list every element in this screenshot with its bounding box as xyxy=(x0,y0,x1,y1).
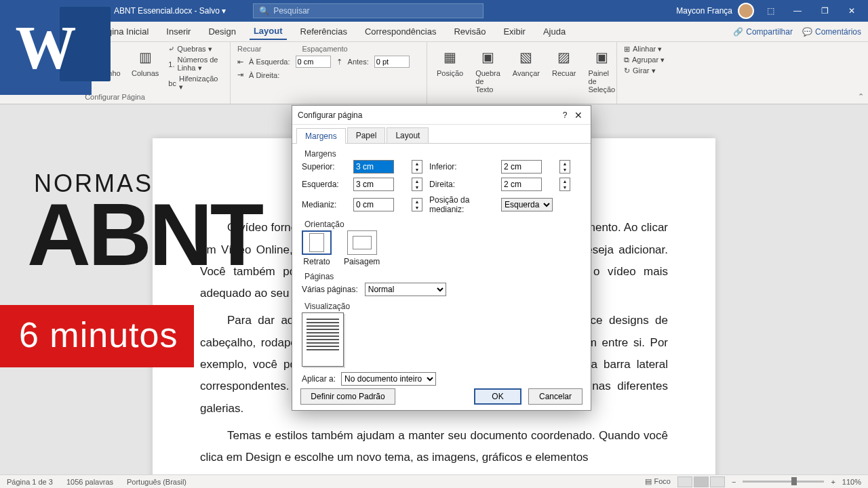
wrap-text-icon: ▣ xyxy=(477,46,498,68)
label-pos-medianiz: Posição da medianiz: xyxy=(429,195,497,214)
minimize-icon[interactable]: — xyxy=(787,6,808,16)
label-aplicar-a: Aplicar a: xyxy=(302,374,336,384)
label-superior: Superior: xyxy=(302,162,349,171)
set-default-button[interactable]: Definir como Padrão xyxy=(300,388,395,405)
overlay-text-time: 6 minutos xyxy=(0,305,194,367)
tab-design[interactable]: Design xyxy=(204,24,239,39)
collapse-ribbon-icon[interactable]: ⌃ xyxy=(858,92,864,101)
indent-left-icon: ⇤ xyxy=(237,58,243,66)
label-esquerda: Esquerda: xyxy=(302,180,349,189)
selection-pane-button[interactable]: ▣Painel de Seleção xyxy=(585,45,618,95)
label-medianiz: Medianiz: xyxy=(302,200,349,209)
zoom-in-icon[interactable]: + xyxy=(831,478,835,486)
tab-insert[interactable]: Inserir xyxy=(162,24,195,39)
spinner[interactable]: ▲▼ xyxy=(412,198,422,211)
view-read-icon[interactable] xyxy=(677,476,692,487)
tab-references[interactable]: Referências xyxy=(296,24,351,39)
spinner[interactable]: ▲▼ xyxy=(559,160,570,174)
spacing-before-input[interactable] xyxy=(374,56,410,68)
hyphenation-icon: bc xyxy=(168,79,176,87)
wrap-text-button[interactable]: ▣Quebra de Texto xyxy=(473,45,503,95)
select-aplicar-a[interactable]: No documento inteiro xyxy=(341,372,436,386)
breaks-button[interactable]: ⤶Quebras ▾ xyxy=(168,45,223,54)
status-lang[interactable]: Português (Brasil) xyxy=(127,478,186,486)
dialog-tab-margens[interactable]: Margens xyxy=(296,128,346,144)
group-icon: ⧉ xyxy=(624,56,629,64)
align-button[interactable]: ⊞Alinhar ▾ xyxy=(624,45,665,54)
cancel-button[interactable]: Cancelar xyxy=(528,388,583,405)
tab-view[interactable]: Exibir xyxy=(499,24,530,39)
zoom-slider[interactable] xyxy=(743,481,824,483)
ribbon-tabs: Página Inicial Inserir Design Layout Ref… xyxy=(0,22,868,42)
dialog-help-icon[interactable]: ? xyxy=(558,110,572,120)
selection-pane-icon: ▣ xyxy=(591,46,612,68)
line-numbers-button[interactable]: 1.Números de Linha ▾ xyxy=(168,56,223,73)
indent-left-input[interactable] xyxy=(296,56,331,68)
tab-layout[interactable]: Layout xyxy=(250,23,287,40)
document-title: ABNT Essencial.docx - Salvo ▾ xyxy=(114,6,226,16)
zoom-out-icon[interactable]: − xyxy=(732,478,736,486)
input-esquerda[interactable] xyxy=(353,178,394,191)
hyphenation-button[interactable]: bcHifenização ▾ xyxy=(168,75,223,92)
input-direita[interactable] xyxy=(501,178,542,191)
dialog-tab-layout[interactable]: Layout xyxy=(387,127,429,143)
spinner[interactable]: ▲▼ xyxy=(412,178,422,191)
columns-button[interactable]: ▥Colunas xyxy=(129,45,161,79)
group-objects-button[interactable]: ⧉Agrupar ▾ xyxy=(624,56,665,64)
status-words[interactable]: 1056 palavras xyxy=(66,478,113,486)
dialog-close-icon[interactable]: ✕ xyxy=(572,110,585,121)
dialog-titlebar: Configurar página ? ✕ xyxy=(292,106,591,125)
overlay-text-abnt: ABNT xyxy=(27,186,261,283)
orientation-landscape[interactable]: Paisagem xyxy=(344,230,380,266)
input-medianiz[interactable] xyxy=(353,198,394,211)
status-page[interactable]: Página 1 de 3 xyxy=(7,478,53,486)
bring-forward-icon: ▧ xyxy=(515,46,537,68)
close-icon[interactable]: ✕ xyxy=(841,6,863,16)
ribbon-display-icon[interactable]: ⬚ xyxy=(760,6,781,16)
indent-right-icon: ⇥ xyxy=(237,70,243,79)
line-numbers-icon: 1. xyxy=(168,60,174,68)
spinner[interactable]: ▲▼ xyxy=(559,178,570,191)
page-setup-dialog: Configurar página ? ✕ Margens Papel Layo… xyxy=(292,105,591,411)
window-titlebar: 🖫 ↶ ↷ ▾ ABNT Essencial.docx - Salvo ▾ 🔍 … xyxy=(0,0,868,22)
orientation-portrait[interactable]: Retrato xyxy=(302,230,332,266)
columns-icon: ▥ xyxy=(134,46,156,68)
breaks-icon: ⤶ xyxy=(168,45,174,54)
bring-forward-button[interactable]: ▧Avançar xyxy=(510,45,542,79)
tab-mailings[interactable]: Correspondências xyxy=(361,24,441,39)
select-pos-medianiz[interactable]: Esquerda xyxy=(501,198,553,211)
maximize-icon[interactable]: ❐ xyxy=(814,6,835,16)
doc-paragraph: Temas e estilos também ajudam a manter s… xyxy=(200,425,668,469)
input-inferior[interactable] xyxy=(501,160,542,174)
spacing-before-icon: ⇡ xyxy=(336,58,342,66)
view-web-icon[interactable] xyxy=(710,476,725,487)
label-direita: Direita: xyxy=(429,180,497,189)
send-backward-button[interactable]: ▨Recuar xyxy=(549,45,578,79)
align-icon: ⊞ xyxy=(624,45,630,54)
dialog-tab-papel[interactable]: Papel xyxy=(347,127,386,143)
tab-help[interactable]: Ajuda xyxy=(539,24,570,39)
view-print-icon[interactable] xyxy=(694,476,709,487)
word-logo-overlay: W xyxy=(0,0,92,95)
search-icon: 🔍 xyxy=(259,6,269,16)
position-button[interactable]: ▦Posição xyxy=(434,45,466,79)
zoom-level[interactable]: 110% xyxy=(842,478,861,486)
focus-mode[interactable]: ▤ Foco xyxy=(645,477,671,486)
search-box[interactable]: 🔍 Pesquisar xyxy=(253,3,484,18)
rotate-icon: ↻ xyxy=(624,66,630,75)
ok-button[interactable]: OK xyxy=(474,388,521,405)
label-inferior: Inferior: xyxy=(429,162,497,171)
status-bar: Página 1 de 3 1056 palavras Português (B… xyxy=(0,474,868,488)
select-varias-paginas[interactable]: Normal xyxy=(365,283,446,296)
input-superior[interactable] xyxy=(353,160,394,174)
avatar xyxy=(738,3,754,19)
rotate-button[interactable]: ↻Girar ▾ xyxy=(624,66,665,75)
user-account[interactable]: Maycon França ⬚ — ❐ ✕ xyxy=(676,3,863,19)
dialog-tabs: Margens Papel Layout xyxy=(292,125,591,144)
tab-review[interactable]: Revisão xyxy=(450,24,490,39)
spinner[interactable]: ▲▼ xyxy=(412,160,422,174)
share-button[interactable]: 🔗Compartilhar xyxy=(733,27,793,37)
comments-button[interactable]: 💬Comentários xyxy=(802,27,861,37)
position-icon: ▦ xyxy=(439,46,461,68)
ribbon: ▦Margens ▭Orientação ▯Tamanho ▥Colunas ⤶… xyxy=(0,42,868,104)
